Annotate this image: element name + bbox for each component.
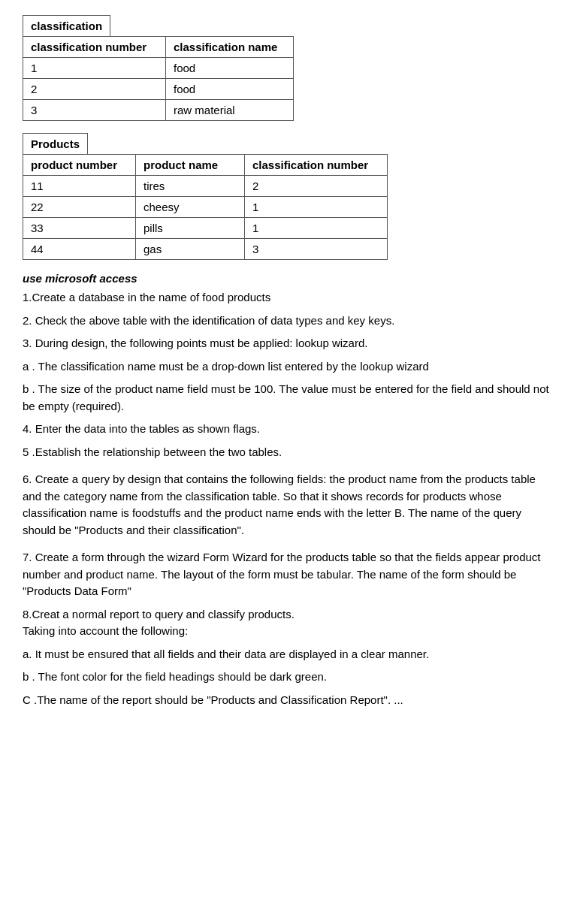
- prod-name-cell: tires: [136, 176, 245, 197]
- class-number-cell: 3: [23, 100, 166, 121]
- prod-number-cell: 22: [23, 197, 136, 218]
- prod-number-cell: 11: [23, 176, 136, 197]
- instruction-item: a . The classification name must be a dr…: [23, 358, 551, 376]
- table-row: 2food: [23, 79, 294, 100]
- instruction-item: 6. Create a query by design that contain…: [23, 471, 551, 539]
- prod-name-cell: pills: [136, 218, 245, 239]
- products-header-row: product number product name classificati…: [23, 155, 388, 176]
- classification-col-name: classification name: [166, 37, 294, 58]
- class-name-cell: raw material: [166, 100, 294, 121]
- instruction-item: 7. Create a form through the wizard Form…: [23, 549, 551, 600]
- instruction-item: 3. During design, the following points m…: [23, 335, 551, 352]
- classification-col-number: classification number: [23, 37, 166, 58]
- table-row: 44gas3: [23, 239, 388, 260]
- products-section: Products product number product name cla…: [23, 133, 551, 260]
- instructions-section: use microsoft access 1.Create a database…: [23, 272, 551, 708]
- prod-class-cell: 3: [245, 239, 388, 260]
- prod-class-cell: 2: [245, 176, 388, 197]
- instruction-item: a. It must be ensured that all fields an…: [23, 646, 551, 663]
- products-table-title: Products: [23, 133, 88, 155]
- instruction-item: 4. Enter the data into the tables as sho…: [23, 421, 551, 438]
- instruction-item: 1.Create a database in the name of food …: [23, 289, 551, 306]
- table-row: 33pills1: [23, 218, 388, 239]
- instruction-item: b . The size of the product name field m…: [23, 381, 551, 415]
- table-row: 11tires2: [23, 176, 388, 197]
- classification-table: classification number classification nam…: [23, 36, 294, 121]
- instruction-item: 8.Creat a normal report to query and cla…: [23, 606, 551, 640]
- table-row: 3raw material: [23, 100, 294, 121]
- classification-section: classification classification number cla…: [23, 15, 551, 121]
- products-col-name: product name: [136, 155, 245, 176]
- instruction-item: b . The font color for the field heading…: [23, 669, 551, 686]
- products-col-class: classification number: [245, 155, 388, 176]
- prod-class-cell: 1: [245, 218, 388, 239]
- products-table: product number product name classificati…: [23, 154, 388, 260]
- instruction-item: 5 .Establish the relationship between th…: [23, 444, 551, 461]
- class-name-cell: food: [166, 79, 294, 100]
- class-number-cell: 1: [23, 58, 166, 79]
- prod-class-cell: 1: [245, 197, 388, 218]
- prod-name-cell: gas: [136, 239, 245, 260]
- use-ms-header: use microsoft access: [23, 272, 551, 285]
- products-col-number: product number: [23, 155, 136, 176]
- prod-number-cell: 33: [23, 218, 136, 239]
- instruction-item: 2. Check the above table with the identi…: [23, 313, 551, 330]
- classification-header-row: classification number classification nam…: [23, 37, 294, 58]
- prod-name-cell: cheesy: [136, 197, 245, 218]
- classification-table-title: classification: [23, 15, 110, 37]
- table-row: 22cheesy1: [23, 197, 388, 218]
- prod-number-cell: 44: [23, 239, 136, 260]
- instruction-item: C .The name of the report should be "Pro…: [23, 692, 551, 709]
- class-number-cell: 2: [23, 79, 166, 100]
- table-row: 1food: [23, 58, 294, 79]
- class-name-cell: food: [166, 58, 294, 79]
